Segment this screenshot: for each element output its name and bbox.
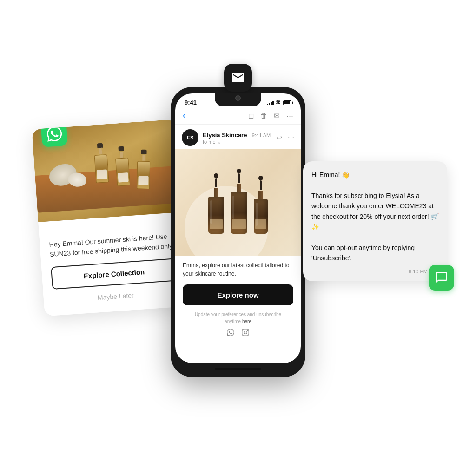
dropper-1 (215, 178, 217, 187)
sender-info: ES Elysia Skincare 9:41 AM to me ⌄ (182, 129, 271, 146)
explore-now-button[interactable]: Explore now (183, 284, 293, 305)
sender-avatar: ES (182, 129, 198, 146)
unsubscribe-line2: anytime (225, 319, 241, 324)
sms-optout: You can opt-out anytime by replying 'Uns… (311, 243, 439, 264)
dropper-bulb-3 (258, 176, 263, 180)
reply-icon[interactable]: ↩ (277, 134, 282, 141)
unsubscribe-link[interactable]: here (242, 319, 251, 324)
whatsapp-message: Hey Emma! Our summer ski is here! Use SU… (49, 231, 175, 259)
phone-home-bar (215, 368, 261, 370)
phone-wrapper: 9:41 ⌘ (171, 64, 305, 377)
sms-time: 8:10 PM (409, 269, 428, 274)
whatsapp-social-icon[interactable] (227, 329, 234, 337)
sms-text: Hi Emma! 👋 Thanks for subscribing to Ely… (311, 170, 439, 264)
bottle-3 (137, 149, 150, 189)
sms-timestamp: 8:10 PM ✓✓ (311, 268, 439, 275)
mail-icon (231, 71, 245, 85)
whatsapp-icon (46, 126, 62, 141)
signal-icon (267, 100, 274, 105)
body-3 (254, 199, 268, 234)
mail-badge (224, 64, 252, 92)
scene: Hey Emma! Our summer ski is here! Use SU… (29, 40, 447, 436)
whatsapp-card-content: Hey Emma! Our summer ski is here! Use SU… (38, 212, 188, 316)
chevron-down-icon: ⌄ (217, 139, 221, 145)
archive-icon[interactable]: ◻ (248, 112, 254, 120)
mail-move-icon[interactable]: ✉ (274, 112, 280, 120)
unsubscribe-line1: Update your preferences and unsubscribe (195, 312, 281, 317)
back-button[interactable]: ‹ (183, 111, 185, 120)
to-label: to me (203, 139, 216, 145)
sms-body: Thanks for subscribing to Elysia! As a w… (311, 191, 439, 232)
wifi-icon: ⌘ (276, 100, 280, 105)
more-icon[interactable]: ⋯ (286, 112, 293, 120)
body-1 (208, 197, 224, 234)
whatsapp-cta-button[interactable]: Explore Collection (51, 258, 178, 290)
email-header: ES Elysia Skincare 9:41 AM to me ⌄ (175, 125, 301, 149)
dropper-bulb-2 (237, 169, 241, 173)
serum-bottle-2 (231, 171, 247, 234)
neck-2 (237, 184, 241, 192)
dropper-bulb-1 (214, 173, 218, 178)
dropper-2 (238, 173, 240, 183)
whatsapp-maybe-later[interactable]: Maybe Later (53, 286, 178, 306)
whatsapp-card: Hey Emma! Our summer ski is here! Use SU… (32, 119, 188, 317)
email-body: Emma, explore our latest collecti tailor… (175, 256, 301, 343)
bottle-2 (114, 146, 130, 186)
sms-bubble: Hi Emma! 👋 Thanks for subscribing to Ely… (303, 161, 447, 281)
sender-details: Elysia Skincare 9:41 AM to me ⌄ (203, 131, 271, 145)
email-toolbar-icons: ◻ 🗑 ✉ ⋯ (248, 112, 293, 120)
serum-bottle-1 (208, 176, 224, 234)
sms-greeting: Hi Emma! 👋 (311, 170, 439, 180)
sms-icon-badge (429, 265, 454, 291)
neck-1 (214, 188, 218, 197)
sender-initials: ES (187, 135, 194, 140)
email-body-text: Emma, explore our latest collecti tailor… (183, 261, 293, 278)
status-icons: ⌘ (267, 100, 291, 105)
sender-name-row: Elysia Skincare 9:41 AM (203, 131, 271, 139)
phone-frame: 9:41 ⌘ (171, 87, 305, 377)
bottle-1 (93, 143, 109, 183)
unsubscribe-text: Update your preferences and unsubscribe … (183, 311, 293, 325)
email-toolbar: ‹ ◻ 🗑 ✉ ⋯ (175, 109, 301, 125)
serum-bottle-3 (254, 178, 268, 234)
phone-camera (235, 95, 241, 101)
sender-time: 9:41 AM (252, 132, 271, 138)
email-more-icon[interactable]: ⋯ (288, 134, 294, 141)
serum-bottles (208, 171, 268, 234)
instagram-social-icon[interactable] (242, 329, 249, 337)
sender-to: to me ⌄ (203, 139, 271, 145)
email-social-icons (183, 329, 293, 337)
status-time: 9:41 (185, 99, 197, 106)
sender-name: Elysia Skincare (203, 132, 247, 139)
sms-icon (435, 271, 448, 284)
battery-icon (283, 100, 291, 105)
product-image-area (175, 149, 301, 256)
trash-icon[interactable]: 🗑 (260, 112, 267, 119)
body-2 (231, 192, 247, 234)
neck-3 (258, 191, 263, 199)
email-actions: ↩ ⋯ (277, 134, 294, 141)
phone-screen: 9:41 ⌘ (175, 93, 301, 363)
dropper-3 (260, 180, 262, 190)
whatsapp-icon-badge (40, 120, 68, 147)
